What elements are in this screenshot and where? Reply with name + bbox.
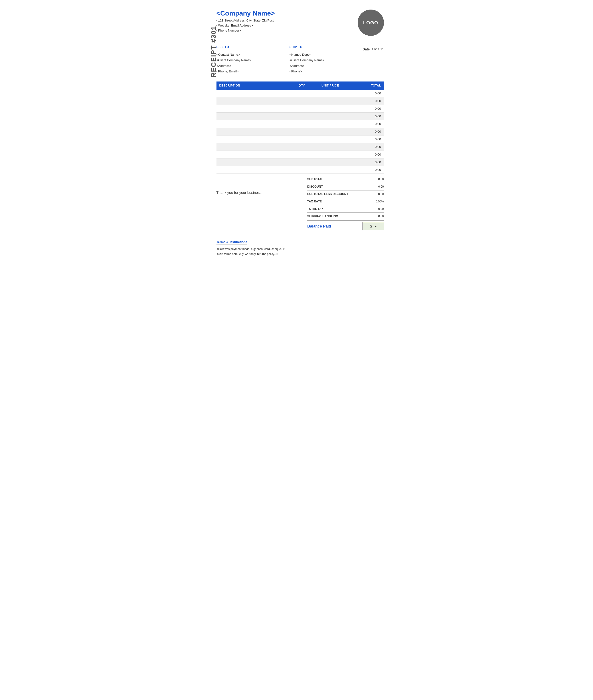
date-value: 11/11/11 (372, 47, 384, 51)
logo: LOGO (358, 9, 384, 36)
company-website-email: <Website, Email Address> (216, 23, 276, 28)
shipping-label: SHIPPING/HANDLING (307, 215, 338, 218)
shipping-row: SHIPPING/HANDLING 0.00 (307, 213, 384, 219)
ship-to-block: SHIP TO <Name / Dept> <Client Company Na… (289, 45, 353, 74)
row-qty (292, 150, 312, 158)
row-description (216, 97, 292, 105)
subtotal-less-discount-label: SUBTOTAL LESS DISCOUNT (307, 192, 348, 196)
row-description (216, 90, 292, 97)
tax-rate-label: TAX RATE (307, 200, 322, 203)
date-block: Date 11/11/11 (363, 47, 384, 51)
receipt-page: RECEIPT #301 <Company Name> <123 Street … (195, 0, 398, 266)
header: <Company Name> <123 Street Address, City… (216, 9, 384, 36)
bottom-section: Thank you for your business! SUBTOTAL 0.… (216, 176, 384, 230)
total-tax-label: TOTAL TAX (307, 207, 324, 211)
terms-line1: <How was payment made, e.g: cash, card, … (216, 247, 384, 252)
row-description (216, 135, 292, 143)
row-total: 0.00 (349, 143, 384, 150)
row-description (216, 158, 292, 166)
row-total: 0.00 (349, 105, 384, 112)
row-qty (292, 135, 312, 143)
row-unit-price (312, 158, 349, 166)
addresses-section: BILL TO <Contact Name> <Client Company N… (216, 45, 384, 74)
row-description (216, 143, 292, 150)
row-unit-price (312, 112, 349, 120)
table-row: 0.00 (216, 112, 384, 120)
balance-paid-label: Balance Paid (307, 222, 331, 230)
terms-section: Terms & Instructions <How was payment ma… (216, 240, 384, 257)
row-description (216, 128, 292, 135)
logo-text: LOGO (363, 20, 378, 26)
col-description: DESCRIPTION (216, 82, 292, 90)
table-row: 0.00 (216, 158, 384, 166)
row-unit-price (312, 105, 349, 112)
subtotal-less-discount-row: SUBTOTAL LESS DISCOUNT 0.00 (307, 191, 384, 197)
bill-to-block: BILL TO <Contact Name> <Client Company N… (216, 45, 280, 74)
bill-to-label: BILL TO (216, 45, 280, 50)
row-unit-price (312, 128, 349, 135)
row-description (216, 112, 292, 120)
balance-row: Balance Paid $ - (307, 222, 384, 230)
row-description (216, 105, 292, 112)
col-total: TOTAL (349, 82, 384, 90)
discount-label: DISCOUNT (307, 185, 323, 188)
row-qty (292, 112, 312, 120)
subtotal-row: SUBTOTAL 0.00 (307, 176, 384, 182)
tax-rate-row: TAX RATE 0.00% (307, 199, 384, 205)
row-unit-price (312, 166, 349, 174)
subtotal-value: 0.00 (378, 178, 384, 181)
table-row: 0.00 (216, 120, 384, 128)
row-total: 0.00 (349, 128, 384, 135)
row-description (216, 120, 292, 128)
row-unit-price (312, 150, 349, 158)
row-total: 0.00 (349, 150, 384, 158)
balance-value: - (375, 224, 376, 228)
row-unit-price (312, 143, 349, 150)
date-label: Date (363, 47, 370, 51)
company-name: <Company Name> (216, 9, 276, 17)
discount-row: DISCOUNT 0.00 (307, 183, 384, 190)
shipping-value: 0.00 (378, 215, 384, 218)
table-row: 0.00 (216, 90, 384, 97)
terms-title: Terms & Instructions (216, 240, 247, 245)
bill-company-name: <Client Company Name> (216, 57, 280, 63)
col-qty: QTY (292, 82, 312, 90)
thank-you-message: Thank you for your business! (216, 190, 263, 194)
ship-phone: <Phone> (289, 69, 353, 74)
receipt-label: RECEIPT #301 (209, 26, 217, 77)
table-row: 0.00 (216, 150, 384, 158)
row-total: 0.00 (349, 158, 384, 166)
table-row: 0.00 (216, 166, 384, 174)
row-total: 0.00 (349, 166, 384, 174)
row-unit-price (312, 90, 349, 97)
table-row: 0.00 (216, 128, 384, 135)
col-unit-price: UNIT PRICE (312, 82, 349, 90)
row-description (216, 150, 292, 158)
row-unit-price (312, 135, 349, 143)
row-qty (292, 143, 312, 150)
bill-contact-name: <Contact Name> (216, 52, 280, 57)
row-qty (292, 120, 312, 128)
row-unit-price (312, 97, 349, 105)
table-row: 0.00 (216, 143, 384, 150)
total-tax-row: TOTAL TAX 0.00 (307, 206, 384, 212)
balance-value-box: $ - (362, 222, 384, 230)
company-address: <123 Street Address, City, State, Zip/Po… (216, 18, 276, 23)
ship-name-dept: <Name / Dept> (289, 52, 353, 57)
company-info: <Company Name> <123 Street Address, City… (216, 9, 276, 33)
row-qty (292, 158, 312, 166)
ship-to-label: SHIP TO (289, 45, 353, 50)
row-unit-price (312, 120, 349, 128)
row-qty (292, 90, 312, 97)
row-total: 0.00 (349, 90, 384, 97)
ship-address: <Address> (289, 63, 353, 69)
row-description (216, 166, 292, 174)
balance-currency: $ (370, 224, 372, 228)
company-phone: <Phone Number> (216, 28, 276, 33)
bill-phone-email: <Phone, Email> (216, 69, 280, 74)
subtotal-label: SUBTOTAL (307, 178, 323, 181)
items-table: DESCRIPTION QTY UNIT PRICE TOTAL 0.000.0… (216, 82, 384, 174)
table-row: 0.00 (216, 105, 384, 112)
discount-value: 0.00 (378, 185, 384, 188)
ship-company-name: <Client Company Name> (289, 57, 353, 63)
